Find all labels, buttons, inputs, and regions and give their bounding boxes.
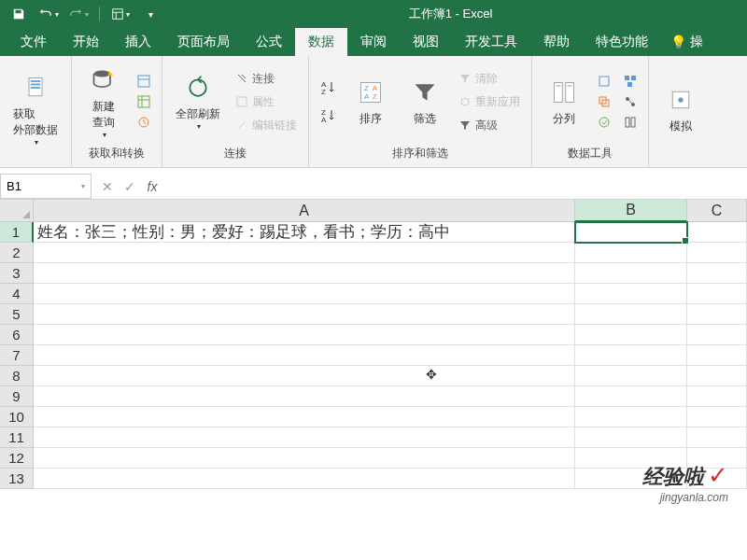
save-icon[interactable] <box>7 3 30 25</box>
advanced-filter-button[interactable]: 高级 <box>455 116 524 135</box>
cell[interactable] <box>575 366 687 386</box>
row-header[interactable]: 7 <box>0 345 34 366</box>
formula-input[interactable] <box>168 174 747 199</box>
row-header[interactable]: 1 <box>0 222 34 243</box>
tab-data[interactable]: 数据 <box>295 28 347 56</box>
reapply-button[interactable]: 重新应用 <box>455 92 524 112</box>
cell[interactable] <box>687 243 747 263</box>
tab-file[interactable]: 文件 <box>7 28 60 56</box>
fx-icon[interactable]: fx <box>142 176 162 197</box>
cell[interactable] <box>575 304 687 325</box>
row-header[interactable]: 5 <box>0 304 34 325</box>
from-table-button[interactable] <box>134 93 154 110</box>
cell[interactable] <box>687 222 747 243</box>
cell[interactable] <box>575 427 687 448</box>
sort-asc-button[interactable]: AZ <box>317 77 341 98</box>
get-external-data-button[interactable]: 获取 外部数据 ▾ <box>7 69 63 150</box>
cell[interactable] <box>687 325 747 345</box>
select-all-cell[interactable] <box>0 200 34 222</box>
cell[interactable]: 姓名：张三；性别：男；爱好：踢足球，看书；学历：高中 <box>34 222 575 243</box>
row-header[interactable]: 10 <box>0 407 34 427</box>
cell[interactable] <box>34 469 575 489</box>
cell[interactable] <box>34 304 575 325</box>
data-validation-button[interactable] <box>594 114 614 131</box>
cell[interactable] <box>687 366 747 386</box>
cell[interactable] <box>687 386 747 407</box>
tab-review[interactable]: 审阅 <box>347 28 400 56</box>
row-header[interactable]: 4 <box>0 284 34 304</box>
tab-help[interactable]: 帮助 <box>530 28 583 56</box>
undo-icon[interactable]: ▾ <box>37 3 60 25</box>
window-title: 工作簿1 - Excel <box>162 6 740 22</box>
remove-duplicates-button[interactable] <box>594 93 614 110</box>
clear-filter-button[interactable]: 清除 <box>455 69 524 89</box>
cell[interactable] <box>34 325 575 345</box>
row-header[interactable]: 9 <box>0 386 34 407</box>
row-header[interactable]: 2 <box>0 243 34 263</box>
svg-text:Z: Z <box>364 84 369 92</box>
col-header-b[interactable]: B <box>575 200 687 222</box>
recent-sources-button[interactable] <box>134 114 154 131</box>
cell[interactable] <box>687 407 747 427</box>
row-header[interactable]: 3 <box>0 263 34 284</box>
tell-me[interactable]: 💡 操 <box>661 28 712 56</box>
filter-button[interactable]: 筛选 <box>401 74 449 131</box>
text-to-columns-button[interactable]: 分列 <box>540 74 588 131</box>
cell[interactable] <box>687 345 747 366</box>
cell[interactable] <box>34 427 575 448</box>
new-query-button[interactable]: 新建 查询 ▾ <box>79 62 128 143</box>
chevron-down-icon: ▾ <box>35 138 38 147</box>
flash-fill-button[interactable] <box>594 73 614 90</box>
cell[interactable] <box>575 345 687 366</box>
row-header[interactable]: 8 <box>0 366 34 386</box>
cell[interactable] <box>687 284 747 304</box>
row-header[interactable]: 11 <box>0 427 34 448</box>
tab-insert[interactable]: 插入 <box>112 28 164 56</box>
properties-button[interactable]: 属性 <box>232 92 301 112</box>
svg-point-7 <box>94 70 111 77</box>
touch-mode-icon[interactable]: ▾ <box>109 3 132 25</box>
cell[interactable] <box>575 263 687 284</box>
cell[interactable] <box>575 222 687 243</box>
simulate-button[interactable]: 模拟 <box>656 81 705 138</box>
consolidate-button[interactable] <box>620 73 641 90</box>
cell[interactable] <box>34 243 575 263</box>
name-box[interactable]: B1 ▾ <box>0 174 92 199</box>
cell[interactable] <box>34 366 575 386</box>
cell[interactable] <box>575 325 687 345</box>
relationships-button[interactable] <box>620 93 641 110</box>
row-header[interactable]: 12 <box>0 448 34 469</box>
customize-qat-icon[interactable]: ▾ <box>139 3 162 25</box>
cell[interactable] <box>34 386 575 407</box>
cell[interactable] <box>687 304 747 325</box>
tab-formulas[interactable]: 公式 <box>243 28 295 56</box>
connections-button[interactable]: 连接 <box>232 69 301 89</box>
cell[interactable] <box>34 448 575 469</box>
tab-page-layout[interactable]: 页面布局 <box>164 28 243 56</box>
redo-icon[interactable]: ▾ <box>67 3 90 25</box>
cell[interactable] <box>575 243 687 263</box>
tab-special[interactable]: 特色功能 <box>583 28 661 56</box>
manage-data-model-button[interactable] <box>620 114 641 131</box>
row-header[interactable]: 6 <box>0 325 34 345</box>
col-header-a[interactable]: A <box>34 200 575 222</box>
sort-button[interactable]: ZAAZ 排序 <box>346 74 395 131</box>
tab-view[interactable]: 视图 <box>400 28 452 56</box>
cell[interactable] <box>34 345 575 366</box>
cell[interactable] <box>687 263 747 284</box>
row-header[interactable]: 13 <box>0 469 34 489</box>
tab-home[interactable]: 开始 <box>60 28 112 56</box>
cell[interactable] <box>575 284 687 304</box>
col-header-c[interactable]: C <box>687 200 747 222</box>
cell[interactable] <box>34 407 575 427</box>
cell[interactable] <box>575 407 687 427</box>
cell[interactable] <box>687 427 747 448</box>
edit-links-button[interactable]: 编辑链接 <box>232 116 301 135</box>
tab-developer[interactable]: 开发工具 <box>452 28 530 56</box>
cell[interactable] <box>34 284 575 304</box>
cell[interactable] <box>34 263 575 284</box>
cell[interactable] <box>575 386 687 407</box>
refresh-all-button[interactable]: 全部刷新 ▾ <box>170 69 226 134</box>
sort-desc-button[interactable]: ZA <box>317 105 341 126</box>
show-queries-button[interactable] <box>134 73 154 90</box>
